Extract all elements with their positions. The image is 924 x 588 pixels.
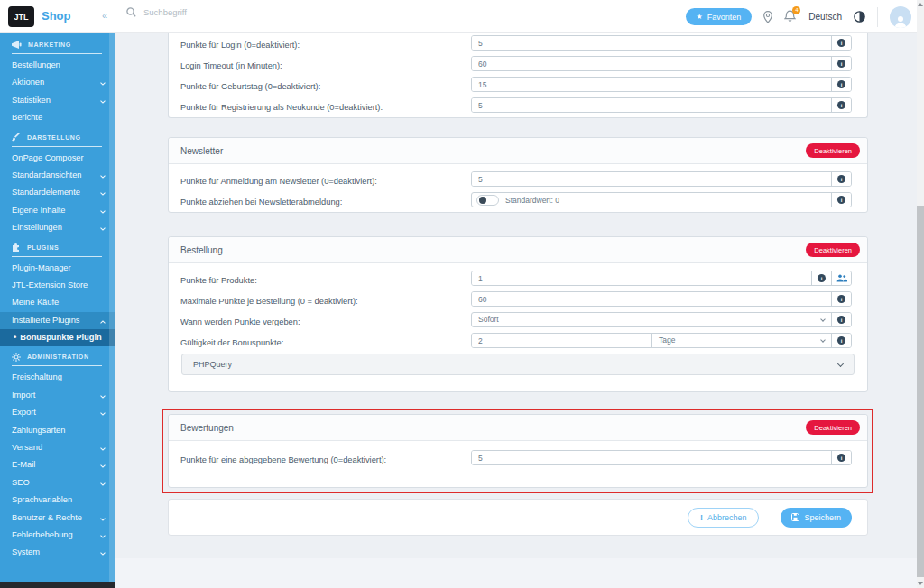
login-points-input[interactable] [472,36,831,50]
sidebar-item-einstellungen[interactable]: Einstellungen [0,219,115,236]
sidebar-section-label: PLUGINS [27,244,59,251]
users-icon [836,274,847,282]
sidebar-item-system[interactable]: System [0,544,115,561]
sidebar-item-standardansichten[interactable]: Standardansichten [0,167,115,184]
chevron-down-icon [100,191,106,197]
sidebar-item-statistiken[interactable]: Statistiken [0,92,115,109]
card-title: Bewertungen [180,423,806,433]
input-group: i [471,171,852,187]
chevron-down-icon [100,551,106,556]
jtl-logo-text: JTL [14,13,28,22]
language-selector[interactable]: Deutsch [808,12,842,22]
newsletter-unsubscribe-toggle[interactable] [476,195,499,206]
sidebar-item-bestellungen[interactable]: Bestellungen [0,57,115,74]
phpquery-accordion[interactable]: PHPQuery [181,354,855,375]
sidebar-item-zahlungsarten[interactable]: Zahlungsarten [0,422,115,439]
scrollbar-down-arrow[interactable] [918,582,923,585]
info-button[interactable]: i [831,334,851,347]
save-button[interactable]: Speichern [781,508,852,528]
favorites-button[interactable]: ★ Favoriten [686,8,753,25]
sidebar-item-versand[interactable]: Versand [0,439,115,456]
location-pin-icon[interactable] [763,11,772,23]
reviews-deactivate-button[interactable]: Deaktivieren [806,420,860,435]
users-button[interactable] [831,271,851,285]
info-button[interactable]: i [831,451,851,464]
sidebar-item-import[interactable]: Import [0,387,115,404]
newsletter-points-input[interactable] [472,172,831,186]
scrollbar-up-arrow[interactable] [918,3,923,6]
search-input[interactable] [143,7,324,17]
sidebar-item-label: E-Mail [12,460,35,469]
page-scrollbar[interactable] [917,0,924,588]
sidebar-item-berichte[interactable]: Berichte [0,109,115,126]
info-button[interactable]: i [811,271,831,285]
info-button[interactable]: i [831,193,851,207]
sidebar-item-benutzer-rechte[interactable]: Benutzer & Rechte [0,510,115,527]
sidebar-item-label: OnPage Composer [12,153,84,162]
sidebar-section-darstellung: DARSTELLUNG OnPage Composer Standardansi… [0,133,115,237]
info-button[interactable]: i [831,36,851,50]
validity-unit-select[interactable]: Tage [651,334,831,347]
contrast-icon[interactable] [854,11,865,23]
sidebar-item-aktionen[interactable]: Aktionen [0,74,115,91]
sidebar-collapse-icon[interactable]: « [102,10,107,21]
info-icon: i [818,274,826,282]
info-button[interactable]: i [831,313,851,326]
points-when-select[interactable]: Sofort [472,313,831,326]
sidebar-item-installierte-plugins[interactable]: Installierte Plugins [0,312,115,329]
newsletter-deactivate-button[interactable]: Deaktivieren [806,143,860,158]
form-row-login-points: Punkte für Login (0=deaktiviert): i [180,35,852,51]
sidebar-item-eigene-inhalte[interactable]: Eigene Inhalte [0,202,115,219]
card-header: Bewertungen Deaktivieren [169,415,867,441]
login-timeout-input[interactable] [472,57,831,70]
info-button[interactable]: i [831,78,851,91]
form-row-product-points: Punkte für Produkte: i [180,271,852,286]
sidebar-item-plugin-manager[interactable]: Plugin-Manager [0,260,115,277]
sidebar-item-onpage-composer[interactable]: OnPage Composer [0,150,115,167]
sidebar-item-email[interactable]: E-Mail [0,456,115,473]
user-avatar-icon[interactable] [890,6,911,28]
scrollbar-thumb[interactable] [917,206,924,577]
sidebar-item-bonuspunkte-plugin[interactable]: •Bonuspunkte Plugin [0,329,115,346]
info-button[interactable]: i [831,98,851,112]
sidebar-item-standardelemente[interactable]: Standardelemente [0,184,115,201]
info-icon: i [837,336,845,345]
sidebar-section-plugins: PLUGINS Plugin-Manager JTL-Extension Sto… [0,243,115,347]
field-label: Punkte für Produkte: [180,276,257,285]
chevron-down-icon [100,446,106,451]
sidebar-section-label: DARSTELLUNG [27,134,81,141]
birthday-points-input[interactable] [472,78,831,91]
sidebar-item-fehlerbehebung[interactable]: Fehlerbehebung [0,527,115,544]
sidebar-item-freischaltung[interactable]: Freischaltung [0,369,115,386]
jtl-logo[interactable]: JTL [8,6,34,27]
sidebar-item-seo[interactable]: SEO [0,474,115,492]
section-divider [12,365,102,366]
topbar: JTL Shop « ★ Favoriten [0,0,924,33]
notifications-button[interactable]: 4 [784,10,797,24]
field-label: Wann werden Punkte vergeben: [180,317,300,326]
cancel-button[interactable]: ! Abbrechen [688,508,760,528]
sidebar-item-label: SEO [12,478,30,487]
save-label: Speichern [804,513,841,522]
review-points-input[interactable] [472,451,831,464]
validity-value-input[interactable] [472,334,651,347]
product-points-input[interactable] [472,271,811,285]
order-deactivate-button[interactable]: Deaktivieren [806,243,860,257]
sidebar-item-meine-kaeufe[interactable]: Meine Käufe [0,294,115,311]
sidebar-item-export[interactable]: Export [0,404,115,421]
max-points-input[interactable] [472,292,831,306]
info-button[interactable]: i [831,57,851,70]
form-row-review-points: Punkte für eine abgegebene Bewertung (0=… [180,450,852,465]
card-order: Bestellung Deaktivieren Punkte für Produ… [168,236,868,392]
megaphone-icon [12,41,22,49]
input-group: i [471,450,852,465]
chevron-down-icon [100,516,106,521]
section-divider [12,146,102,147]
notification-badge: 4 [792,6,800,14]
info-button[interactable]: i [831,292,851,306]
field-label: Punkte für eine abgegebene Bewertung (0=… [180,455,386,464]
info-button[interactable]: i [831,172,851,186]
sidebar-item-jtl-extension-store[interactable]: JTL-Extension Store [0,277,115,294]
registration-points-input[interactable] [472,98,831,112]
sidebar-item-sprachvariablen[interactable]: Sprachvariablen [0,492,115,509]
